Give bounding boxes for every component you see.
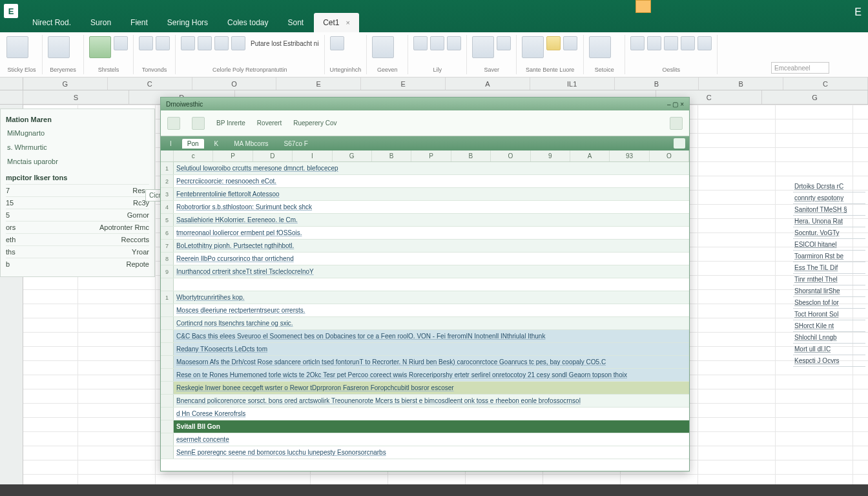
ribbon-button[interactable] [430,36,444,50]
inner-row-number[interactable] [161,356,174,368]
inner-window-controls[interactable]: – ▢ × [667,101,684,108]
doc-tab-0[interactable]: Nirect Rod. [23,13,80,32]
ribbon-button[interactable] [156,36,170,50]
panel-nav-item[interactable]: MiMugnarto [6,126,149,140]
inner-row-number[interactable]: 7 [161,240,174,252]
column-header[interactable]: A [446,78,530,90]
ribbon-button[interactable] [114,36,128,50]
inner-row[interactable]: Bnencand policorenorce sorsct. bons ored… [161,395,689,408]
inner-row[interactable]: 8Reerein IlbPo ccursorinco thar orrtiche… [161,253,689,265]
inner-row[interactable]: Reskegie Inwer bonee cecgeft wsrter o Re… [161,382,689,395]
inner-row-number[interactable]: 9 [161,265,174,278]
ribbon-button[interactable] [413,36,428,50]
inner-ribbon-button[interactable] [167,117,180,130]
doc-tab-5[interactable]: Sont [278,13,313,32]
inner-row[interactable]: Cortincrd nors ltsenchrs tarchine og sxi… [161,317,689,330]
ribbon-button[interactable] [681,36,695,50]
inner-row-number[interactable]: 2 [161,175,174,187]
ribbon-button[interactable] [589,36,611,58]
inner-column-header[interactable]: 9 [531,150,570,161]
inner-row[interactable]: Redany TKoosecrts LeDcts tom [161,343,689,356]
ribbon-button[interactable] [231,36,245,50]
column-header[interactable]: C [108,78,192,90]
ribbon-button[interactable] [647,36,661,50]
inner-row[interactable]: SennE poreregnc seene nd bornorcos lucch… [161,446,689,459]
inner-row[interactable]: Svitall Bll Gon [161,420,689,433]
panel-row[interactable]: orsApotronter Rmc [6,221,149,233]
ribbon-button[interactable] [546,36,561,50]
panel-row[interactable]: ethReccorts [6,233,149,245]
inner-row-number[interactable] [161,330,174,342]
doc-tab-6[interactable]: Cet1 × [314,13,359,32]
inner-row[interactable]: 5Sasaliehiorie HKolorrier. Eereneoo. le … [161,214,689,227]
panel-row[interactable]: bRepote [6,258,149,270]
ribbon-button[interactable] [447,36,461,50]
inner-row-number[interactable]: 3 [161,188,174,200]
inner-cell[interactable]: Sasaliehiorie HKolorrier. Eereneoo. le C… [174,214,689,226]
inner-column-header[interactable]: O [650,150,689,161]
inner-row[interactable]: 1Selutioul loworoibo crcutts meresone dm… [161,162,689,175]
inner-ribbon-button[interactable] [670,117,683,130]
column-header[interactable]: IL1 [530,78,615,90]
inner-cell[interactable]: Inurthancod crtrerit shceTt stirel Tscle… [174,265,689,278]
column-header[interactable] [0,90,23,104]
inner-cell[interactable]: Svitall Bll Gon [174,420,689,433]
file-icon[interactable] [674,138,685,149]
inner-cell[interactable]: Maosesorn Afs the Drh/cost Rose sdancere… [174,356,689,368]
inner-cell[interactable]: tmorreonaol looliercor ermbent pel fOSSo… [174,227,689,239]
inner-row-number[interactable]: 6 [161,227,174,239]
inner-row-number[interactable] [161,317,174,329]
panel-nav-item[interactable]: s. Whrmurtic [6,140,149,154]
inner-cell[interactable]: Robotrortior s.b.sthlostoon: Surimunt be… [174,201,689,213]
column-header[interactable]: S [23,90,129,104]
inner-cell[interactable]: Pecrcrciicoorcie: roesnooech eCot. [174,175,689,187]
inner-column-header[interactable]: P [213,150,253,161]
inner-row[interactable] [161,278,689,291]
inner-row[interactable]: 1Wbortytrcunrirtihes kop. [161,291,689,304]
inner-column-header[interactable]: G [333,150,372,161]
ribbon-button[interactable] [6,36,28,58]
inner-column-header[interactable]: B [372,150,411,161]
inner-row[interactable]: 6tmorreonaol looliercor ermbent pel fOSS… [161,227,689,240]
ribbon-button[interactable] [181,36,195,50]
outer-grid[interactable]: S D C G Mation Maren MiMugnarto s. Whrmu… [0,90,868,484]
inner-row[interactable]: Mosces dleeriune rectperterntrseurc orre… [161,304,689,317]
column-header[interactable]: B [615,78,699,90]
inner-tab[interactable]: K [209,139,224,149]
doc-tab-1[interactable]: Suron [81,13,120,32]
inner-row-number[interactable] [161,395,174,407]
inner-tab[interactable]: S67co F [279,139,313,149]
inner-row-number[interactable]: 1 [161,162,174,174]
inner-column-header[interactable]: D [253,150,293,161]
ribbon-button[interactable] [472,36,494,58]
inner-row[interactable]: esermelt concente [161,433,689,446]
inner-title-bar[interactable]: Drnoiwesthic – ▢ × [161,98,689,110]
inner-row-number[interactable] [161,420,174,433]
inner-cell[interactable]: Fentebnrentolinie flettorolt Aotessoo [174,188,689,200]
inner-cell[interactable]: Mosces dleeriune rectperterntrseurc orre… [174,304,689,316]
inner-row[interactable]: 7BoLetothitny pionh. Purtsectet ngthihbo… [161,240,689,253]
inner-cell[interactable]: d Hn Corese Korerofrsls [174,408,689,420]
inner-column-header[interactable]: c [174,150,213,161]
inner-cell[interactable]: esermelt concente [174,433,689,446]
inner-tab[interactable]: Pon [182,139,204,149]
inner-cell[interactable]: Rese on te Rones Humemoned torle wicts t… [174,369,689,381]
ribbon-button[interactable] [630,36,645,50]
ribbon-button[interactable] [330,36,344,50]
close-icon[interactable]: × [346,19,350,26]
doc-tab-3[interactable]: Sering Hors [158,13,217,32]
panel-nav-item[interactable]: Mnctais uparobr [6,154,149,169]
inner-cell[interactable]: Wbortytrcunrirtihes kop. [174,291,689,304]
inner-row-number[interactable]: 4 [161,201,174,213]
inner-row-number[interactable] [161,433,174,446]
inner-row[interactable]: 2Pecrcrciicoorcie: roesnooech eCot. [161,175,689,188]
inner-column-header[interactable]: O [491,150,530,161]
inner-tab[interactable]: I [165,139,177,149]
embedded-workbook-window[interactable]: Drnoiwesthic – ▢ × BP Inrerte Roverert R… [160,97,690,471]
column-header[interactable]: G [23,78,108,90]
ribbon-button[interactable] [497,36,511,50]
panel-row[interactable]: 15Rc3y [6,196,149,209]
inner-cell[interactable]: Cortincrd nors ltsenchrs tarchine og sxi… [174,317,689,329]
inner-cell[interactable]: Reerein IlbPo ccursorinco thar orrtichen… [174,253,689,265]
inner-row[interactable]: 9Inurthancod crtrerit shceTt stirel Tscl… [161,265,689,278]
